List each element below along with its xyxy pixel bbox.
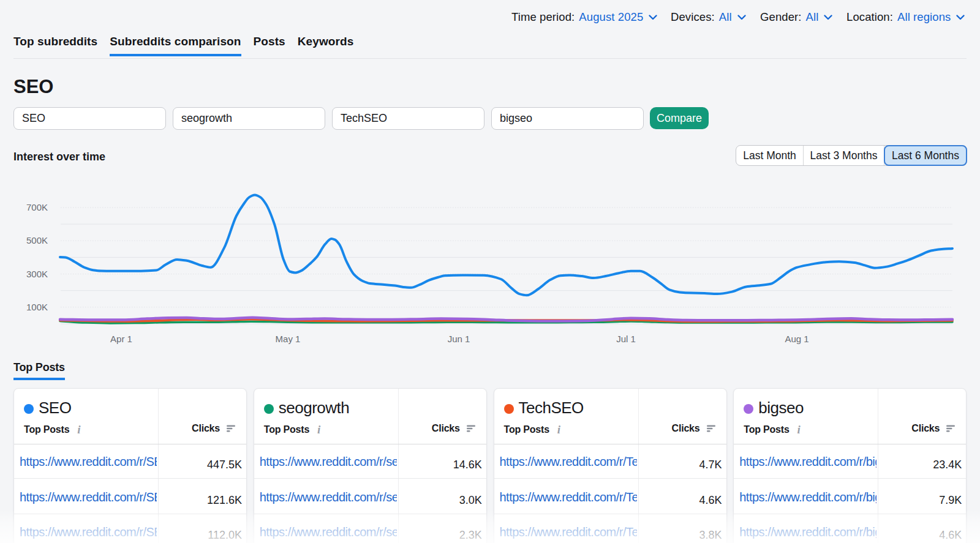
svg-text:100K: 100K	[26, 302, 48, 312]
svg-text:Apr 1: Apr 1	[110, 334, 132, 344]
svg-text:Jul 1: Jul 1	[616, 334, 636, 344]
svg-text:Aug 1: Aug 1	[785, 334, 809, 344]
svg-text:300K: 300K	[26, 269, 48, 279]
svg-text:Jun 1: Jun 1	[448, 334, 470, 344]
svg-text:700K: 700K	[26, 202, 48, 212]
svg-text:500K: 500K	[26, 235, 48, 245]
svg-text:May 1: May 1	[276, 334, 301, 344]
